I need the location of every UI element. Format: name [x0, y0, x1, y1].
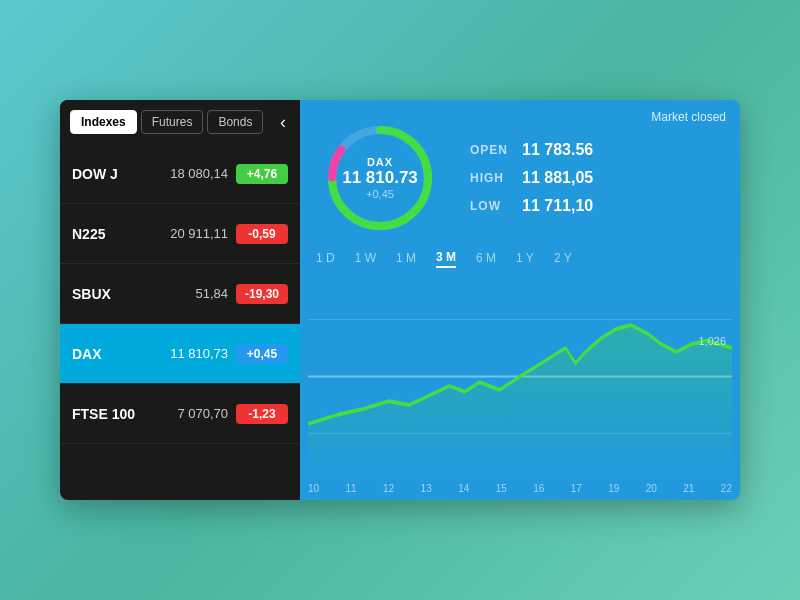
x-axis-label: 14 [458, 483, 469, 494]
stock-widget: Indexes Futures Bonds ‹ DOW J18 080,14+4… [60, 100, 740, 500]
stats-panel: OPEN 11 783.56 HIGH 11 881,05 LOW 11 711… [470, 141, 593, 215]
low-value: 11 711,10 [522, 197, 593, 215]
stock-value: 20 911,11 [170, 226, 228, 241]
time-range-row: 1 D1 W1 M3 M6 M1 Y2 Y [300, 248, 740, 272]
stock-name: DOW J [72, 166, 170, 182]
stock-change-badge: +0,45 [236, 344, 288, 364]
x-axis-label: 19 [608, 483, 619, 494]
low-label: LOW [470, 199, 506, 213]
x-axis-label: 21 [683, 483, 694, 494]
stock-change-badge: -0,59 [236, 224, 288, 244]
x-axis-label: 16 [533, 483, 544, 494]
stock-change-badge: +4,76 [236, 164, 288, 184]
high-value: 11 881,05 [522, 169, 593, 187]
time-range-btn[interactable]: 1 M [396, 248, 416, 268]
stock-value: 7 070,70 [177, 406, 228, 421]
tabs-row: Indexes Futures Bonds ‹ [60, 100, 300, 144]
x-axis-labels: 101112131415161719202122 [300, 481, 740, 500]
stock-row[interactable]: FTSE 1007 070,70-1,23 [60, 384, 300, 444]
donut-chart: DAX 11 810.73 +0,45 [320, 118, 440, 238]
stock-change-badge: -19,30 [236, 284, 288, 304]
time-range-btn[interactable]: 2 Y [554, 248, 572, 268]
chart-y-label: 1,026 [698, 335, 726, 347]
x-axis-label: 12 [383, 483, 394, 494]
stock-row[interactable]: DOW J18 080,14+4,76 [60, 144, 300, 204]
time-range-btn[interactable]: 1 D [316, 248, 335, 268]
stock-list: DOW J18 080,14+4,76N22520 911,11-0,59SBU… [60, 144, 300, 500]
stock-name: N225 [72, 226, 170, 242]
stock-value: 51,84 [195, 286, 228, 301]
right-panel: Market closed DAX 11 810.73 +0,45 [300, 100, 740, 500]
donut-label: DAX 11 810.73 +0,45 [342, 156, 418, 200]
stock-name: DAX [72, 346, 170, 362]
stat-open: OPEN 11 783.56 [470, 141, 593, 159]
time-range-btn[interactable]: 6 M [476, 248, 496, 268]
stock-name: FTSE 100 [72, 406, 177, 422]
open-label: OPEN [470, 143, 506, 157]
donut-ticker: DAX [342, 156, 418, 168]
time-range-btn[interactable]: 1 Y [516, 248, 534, 268]
open-value: 11 783.56 [522, 141, 593, 159]
tab-indexes[interactable]: Indexes [70, 110, 137, 134]
high-label: HIGH [470, 171, 506, 185]
market-status: Market closed [651, 110, 726, 124]
x-axis-label: 22 [721, 483, 732, 494]
x-axis-label: 20 [646, 483, 657, 494]
chevron-button[interactable]: ‹ [276, 112, 290, 133]
stock-value: 18 080,14 [170, 166, 228, 181]
tab-futures[interactable]: Futures [141, 110, 204, 134]
stock-row[interactable]: DAX11 810,73+0,45 [60, 324, 300, 384]
stock-row[interactable]: N22520 911,11-0,59 [60, 204, 300, 264]
x-axis-label: 10 [308, 483, 319, 494]
time-range-btn[interactable]: 3 M [436, 248, 456, 268]
stock-value: 11 810,73 [170, 346, 228, 361]
x-axis-label: 13 [421, 483, 432, 494]
tab-bonds[interactable]: Bonds [207, 110, 263, 134]
stock-name: SBUX [72, 286, 195, 302]
time-range-btn[interactable]: 1 W [355, 248, 376, 268]
chart-area: 1,026 [300, 272, 740, 481]
stat-high: HIGH 11 881,05 [470, 169, 593, 187]
stock-change-badge: -1,23 [236, 404, 288, 424]
donut-change: +0,45 [342, 188, 418, 200]
x-axis-label: 17 [571, 483, 582, 494]
left-panel: Indexes Futures Bonds ‹ DOW J18 080,14+4… [60, 100, 300, 500]
x-axis-label: 15 [496, 483, 507, 494]
stock-row[interactable]: SBUX51,84-19,30 [60, 264, 300, 324]
stat-low: LOW 11 711,10 [470, 197, 593, 215]
donut-price: 11 810.73 [342, 168, 418, 188]
x-axis-label: 11 [346, 483, 357, 494]
